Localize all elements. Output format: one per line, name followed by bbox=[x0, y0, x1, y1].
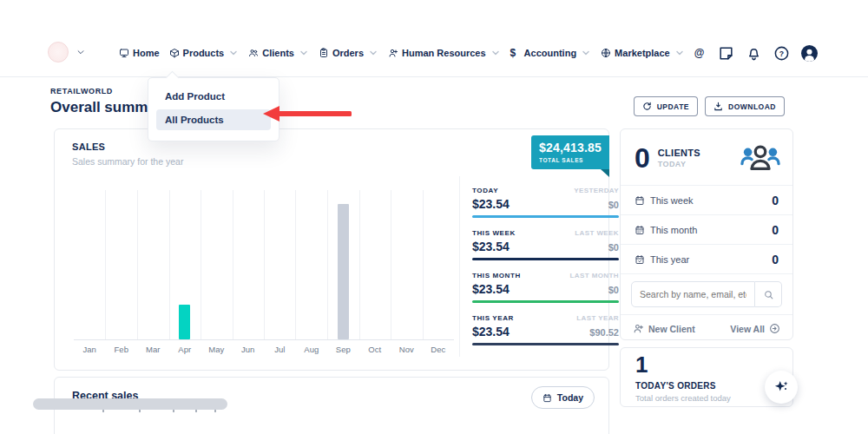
user-avatar[interactable] bbox=[801, 45, 818, 62]
workspace-logo-icon bbox=[48, 42, 69, 62]
nav-item-socialhubs[interactable]: @ SocialHubs bbox=[694, 48, 705, 58]
total-sales-label: TOTAL SALES bbox=[539, 157, 602, 163]
orders-card-subtitle: Total orders created today bbox=[635, 393, 731, 403]
calendar-check-icon bbox=[635, 254, 645, 265]
nav-item-human-resources[interactable]: Human Resources bbox=[388, 48, 501, 58]
main-nav: Home Products Clients Orders Human Resou… bbox=[119, 36, 705, 69]
chart-bar-last-year-sep bbox=[338, 204, 349, 339]
sales-stat-this-year: THIS YEAR LAST YEAR $23.54 $90.52 bbox=[472, 314, 619, 345]
chart-gridline bbox=[105, 190, 106, 339]
ai-sparkle-button[interactable] bbox=[765, 371, 798, 404]
calendar-icon bbox=[542, 393, 552, 403]
chart-month-label: Nov bbox=[391, 345, 423, 354]
client-search-input[interactable] bbox=[631, 281, 755, 307]
workspace-name: RETAILWORLD bbox=[50, 87, 113, 95]
topbar-divider bbox=[0, 76, 868, 77]
chevron-down-icon bbox=[368, 48, 378, 58]
today-filter-label: Today bbox=[557, 392, 583, 403]
sales-bar-chart bbox=[74, 190, 454, 340]
total-sales-badge: $24,413.85 TOTAL SALES bbox=[531, 135, 609, 169]
orders-count: 1 bbox=[635, 352, 648, 378]
clients-card-header: 0 CLIENTS TODAY bbox=[621, 129, 792, 185]
clients-card: 0 CLIENTS TODAY This week 0 This month 0… bbox=[620, 128, 793, 340]
monitor-icon bbox=[119, 48, 129, 58]
people-icon bbox=[248, 48, 259, 58]
nav-item-clients[interactable]: Clients bbox=[248, 48, 309, 58]
products-dropdown-menu: Add ProductAll Products bbox=[148, 77, 279, 141]
person-add-icon bbox=[388, 48, 398, 58]
search-icon bbox=[763, 289, 774, 300]
clients-row-this-week[interactable]: This week 0 bbox=[621, 185, 792, 214]
chevron-down-icon bbox=[299, 48, 309, 58]
chart-gridline bbox=[201, 190, 201, 339]
dropdown-items: Add ProductAll Products bbox=[156, 86, 271, 130]
nav-item-label: Clients bbox=[262, 48, 294, 58]
chart-gridline bbox=[233, 190, 233, 339]
dropdown-item-add-product[interactable]: Add Product bbox=[156, 86, 271, 107]
horizontal-scrollbar[interactable] bbox=[33, 398, 227, 410]
client-search-button[interactable] bbox=[755, 281, 782, 307]
chart-bar-this-year-apr bbox=[179, 305, 190, 339]
chevron-down-icon bbox=[76, 48, 85, 56]
chevron-down-icon bbox=[674, 48, 685, 58]
chart-gridline bbox=[327, 190, 328, 339]
sales-card: SALES Sales summary for the year $24,413… bbox=[54, 128, 609, 371]
download-button[interactable]: DOWNLOAD bbox=[705, 96, 785, 116]
nav-item-label: Products bbox=[183, 48, 225, 58]
chart-month-label: Jun bbox=[233, 345, 265, 354]
notifications-bell-icon[interactable] bbox=[746, 45, 762, 62]
globe-icon bbox=[601, 48, 611, 58]
new-client-button[interactable]: New Client bbox=[633, 323, 695, 334]
clients-row-this-month[interactable]: This month 0 bbox=[621, 214, 792, 244]
dollar-icon: $ bbox=[510, 48, 521, 58]
clients-search-section bbox=[621, 273, 792, 314]
arrow-circle-icon bbox=[769, 323, 780, 334]
chevron-down-icon bbox=[228, 48, 239, 58]
stat-underline bbox=[472, 300, 619, 303]
person-add-icon bbox=[633, 323, 644, 334]
clients-row-value: 0 bbox=[772, 223, 779, 237]
refresh-icon bbox=[642, 102, 652, 111]
chart-month-label: Sep bbox=[327, 345, 359, 354]
dropdown-item-all-products[interactable]: All Products bbox=[156, 109, 271, 130]
nav-item-label: Home bbox=[133, 48, 160, 58]
view-all-clients-link[interactable]: View All bbox=[730, 323, 780, 334]
chart-gridline bbox=[137, 190, 138, 339]
stat-underline bbox=[472, 258, 619, 260]
chevron-down-icon bbox=[581, 48, 591, 58]
update-button[interactable]: UPDATE bbox=[634, 96, 698, 116]
notes-icon[interactable] bbox=[718, 45, 734, 62]
chart-gridline bbox=[264, 190, 265, 339]
sales-card-subtitle: Sales summary for the year bbox=[72, 156, 183, 167]
nav-item-label: Accounting bbox=[524, 48, 577, 58]
nav-item-label: Orders bbox=[332, 48, 364, 58]
nav-item-label: Human Resources bbox=[402, 48, 486, 58]
stat-underline bbox=[472, 343, 619, 345]
clients-period-rows: This week 0 This month 0 This year 0 bbox=[621, 185, 792, 273]
sparkle-icon bbox=[773, 378, 790, 396]
nav-item-orders[interactable]: Orders bbox=[319, 48, 378, 58]
total-sales-amount: $24,413.85 bbox=[539, 141, 602, 155]
chart-month-label: Aug bbox=[296, 345, 328, 354]
todays-orders-card: 1 TODAY'S ORDERS Total orders created to… bbox=[620, 347, 793, 407]
clipboard-icon bbox=[319, 48, 329, 58]
table-text-peek bbox=[102, 410, 104, 412]
workspace-switcher[interactable] bbox=[48, 42, 85, 62]
nav-item-home[interactable]: Home bbox=[119, 48, 160, 58]
table-text-peek bbox=[195, 410, 197, 412]
nav-item-products[interactable]: Products bbox=[169, 48, 240, 58]
download-button-label: DOWNLOAD bbox=[728, 102, 776, 111]
people-group-icon bbox=[740, 143, 780, 173]
top-navigation: Home Products Clients Orders Human Resou… bbox=[48, 36, 818, 69]
clients-row-this-year[interactable]: This year 0 bbox=[621, 244, 792, 273]
cube-icon bbox=[169, 48, 180, 58]
today-filter-button[interactable]: Today bbox=[531, 386, 595, 409]
help-icon[interactable]: ? bbox=[773, 45, 790, 62]
header-actions: UPDATE DOWNLOAD bbox=[634, 96, 785, 116]
sales-stat-this-month: THIS MONTH LAST MONTH $23.54 $0 bbox=[472, 272, 619, 303]
chart-month-label: Jul bbox=[264, 345, 296, 354]
nav-item-accounting[interactable]: $ Accounting bbox=[510, 48, 592, 58]
sales-stats-panel: TODAY YESTERDAY $23.54 $0 THIS WEEK LAST… bbox=[459, 176, 619, 357]
nav-item-marketplace[interactable]: Marketplace bbox=[601, 48, 685, 58]
nav-item-label: Marketplace bbox=[615, 48, 670, 58]
